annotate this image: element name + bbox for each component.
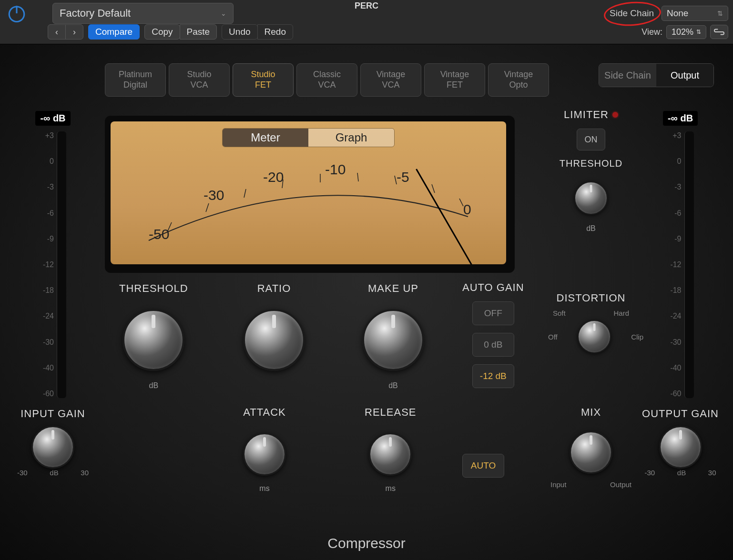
output-meter-bar[interactable]: [684, 131, 694, 398]
svg-line-7: [357, 173, 358, 181]
model-tab-vintage-vca[interactable]: VintageVCA: [360, 63, 421, 97]
track-title: PERC: [355, 1, 378, 11]
redo-button[interactable]: Redo: [257, 24, 293, 40]
autogain-minus12db-button[interactable]: -12 dB: [472, 364, 514, 388]
mix-input-label: Input: [550, 480, 566, 489]
tick: 30: [708, 469, 716, 477]
output-panel-tabs: Side Chain Output: [599, 63, 714, 87]
graph-tab-button[interactable]: Graph: [308, 129, 394, 147]
tab-output-panel[interactable]: Output: [656, 64, 713, 87]
sidechain-value: None: [667, 8, 688, 19]
input-gain-label: INPUT GAIN: [20, 408, 85, 420]
limiter-unit: dB: [548, 224, 634, 233]
release-knob[interactable]: [369, 433, 412, 476]
output-gain-label: OUTPUT GAIN: [642, 408, 719, 420]
distortion-knob[interactable]: [578, 320, 611, 353]
view-zoom-value: 102%: [672, 27, 693, 37]
sidechain-label: Side Chain: [607, 7, 657, 20]
model-tab-vintage-fet[interactable]: VintageFET: [424, 63, 485, 97]
updown-icon: ⇅: [696, 29, 701, 35]
next-preset-button[interactable]: ›: [65, 24, 83, 40]
compare-button[interactable]: Compare: [88, 24, 140, 40]
autogain-0db-button[interactable]: 0 dB: [472, 333, 514, 357]
tick: Soft: [553, 309, 566, 317]
model-tab-studio-vca[interactable]: StudioVCA: [169, 63, 230, 97]
limiter-label: LIMITER: [564, 109, 609, 121]
threshold-label: THRESHOLD: [119, 282, 188, 295]
makeup-unit: dB: [362, 381, 424, 390]
input-gain-knob[interactable]: [31, 426, 74, 469]
release-auto-button[interactable]: AUTO: [462, 454, 504, 478]
ratio-knob[interactable]: [243, 309, 305, 371]
makeup-knob[interactable]: [362, 309, 424, 371]
model-tab-studio-fet[interactable]: StudioFET: [233, 63, 294, 97]
attack-unit: ms: [243, 484, 286, 493]
vu-tick-label: -20: [263, 169, 284, 185]
attack-knob[interactable]: [243, 433, 286, 476]
prev-preset-button[interactable]: ‹: [48, 24, 66, 40]
svg-line-4: [244, 189, 246, 198]
model-tab-classic-vca[interactable]: ClassicVCA: [296, 63, 357, 97]
svg-line-9: [432, 184, 435, 193]
power-icon[interactable]: [5, 1, 29, 25]
unit-label: dB: [677, 469, 686, 477]
preset-select[interactable]: Factory Default ⌄: [52, 3, 234, 24]
input-meter-scale: +30-3-6-9-12-18-24-30-40-60: [40, 131, 54, 398]
chevron-down-icon: ⌄: [221, 10, 226, 17]
plugin-title: Compressor: [327, 535, 405, 551]
tick: -30: [645, 469, 655, 477]
tab-sidechain-panel[interactable]: Side Chain: [599, 64, 656, 87]
ratio-label: RATIO: [243, 282, 305, 295]
updown-icon: ⇅: [717, 10, 723, 17]
svg-line-3: [206, 203, 209, 212]
mix-knob[interactable]: [570, 431, 612, 474]
tick: 30: [81, 469, 89, 477]
threshold-knob[interactable]: [122, 309, 184, 371]
link-icon[interactable]: [710, 25, 728, 39]
limiter-threshold-label: THRESHOLD: [548, 158, 634, 169]
mix-label: MIX: [548, 406, 634, 419]
release-unit: ms: [365, 484, 417, 493]
tick: Hard: [613, 309, 629, 317]
vu-meter-panel: Meter Graph -50 -30 -20 -10 -5 0: [105, 116, 515, 273]
copy-button[interactable]: Copy: [144, 24, 180, 40]
view-zoom-select[interactable]: 102% ⇅: [666, 25, 706, 39]
tick: Clip: [631, 333, 643, 341]
sidechain-select[interactable]: None ⇅: [662, 6, 728, 21]
release-label: RELEASE: [365, 406, 417, 419]
vu-tick-label: -30: [204, 187, 224, 203]
makeup-label: MAKE UP: [362, 282, 424, 295]
undo-button[interactable]: Undo: [222, 24, 257, 40]
autogain-off-button[interactable]: OFF: [472, 301, 514, 325]
meter-tab-button[interactable]: Meter: [223, 129, 308, 147]
limiter-threshold-knob[interactable]: [574, 181, 608, 215]
unit-label: dB: [50, 469, 58, 477]
threshold-unit: dB: [119, 381, 188, 390]
model-tab-vintage-opto[interactable]: VintageOpto: [488, 63, 549, 97]
output-meter-scale: +30-3-6-9-12-18-24-30-40-60: [667, 131, 682, 398]
output-meter-value: -∞ dB: [663, 111, 698, 126]
distortion-label: DISTORTION: [548, 292, 634, 304]
autogain-label: AUTO GAIN: [462, 281, 524, 294]
vu-tick-label: -50: [149, 226, 169, 242]
tick: Off: [548, 333, 558, 341]
input-meter-value: -∞ dB: [35, 111, 70, 126]
svg-line-10: [459, 199, 463, 206]
vu-tick-label: -5: [397, 169, 409, 185]
vu-meter-display: Meter Graph -50 -30 -20 -10 -5 0: [111, 121, 506, 264]
view-label: View:: [641, 27, 662, 37]
attack-label: ATTACK: [243, 406, 286, 419]
limiter-led: [612, 112, 618, 118]
vu-tick-label: -10: [325, 161, 346, 178]
output-gain-knob[interactable]: [659, 426, 702, 469]
mix-output-label: Output: [610, 480, 631, 489]
vu-tick-label: 0: [463, 201, 471, 218]
limiter-on-button[interactable]: ON: [577, 129, 605, 150]
paste-button[interactable]: Paste: [180, 24, 217, 40]
tick: -30: [17, 469, 28, 477]
preset-name: Factory Default: [60, 7, 131, 20]
model-tab-platinum-digital[interactable]: PlatinumDigital: [105, 63, 166, 97]
input-meter-bar[interactable]: [57, 131, 66, 398]
